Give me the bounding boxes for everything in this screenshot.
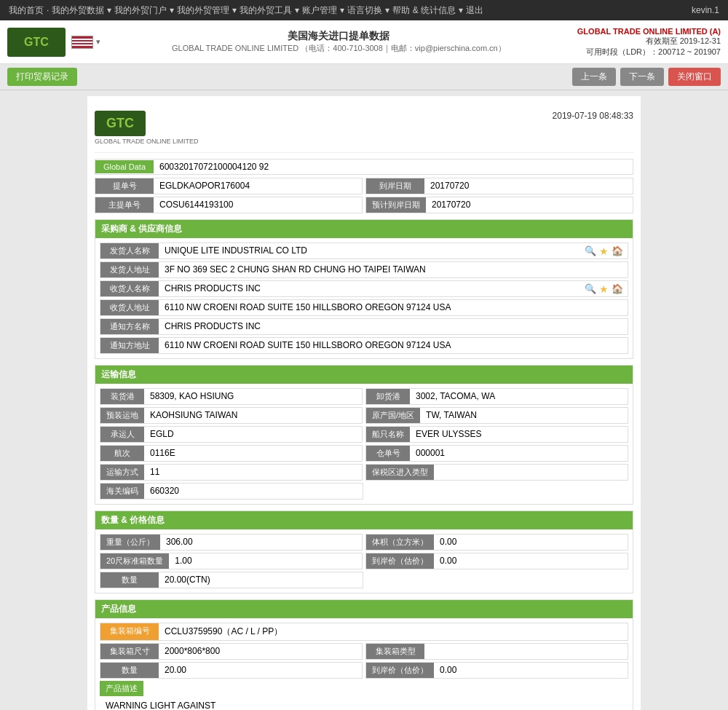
country-label: 原产国/地区 — [366, 408, 420, 423]
warehouse-value: 000001 — [410, 446, 628, 461]
container20-label: 20尺标准箱数量 — [100, 553, 169, 569]
dest-port-pair: 卸货港 3002, TACOMA, WA — [365, 388, 628, 405]
est-arrival-value: 20170720 — [426, 197, 633, 213]
logo: GTC — [7, 28, 66, 57]
notify-addr-value: 6110 NW CROENI ROAD SUITE 150 HILLSBORO … — [159, 338, 628, 353]
product-qty-value: 20.00 — [159, 663, 362, 678]
page-title: 美国海关进口提单数据 — [100, 30, 577, 43]
transport-mode-label: 运输方式 — [100, 465, 144, 480]
customs-label: 海关编码 — [100, 484, 144, 499]
consignee-name-value: CHRIS PRODUCTS INC — [159, 281, 580, 296]
nav-account[interactable]: 账户管理 — [302, 4, 337, 17]
notify-name-row: 通知方名称 CHRIS PRODUCTS INC — [100, 318, 628, 335]
transport-mode-value: 11 — [144, 465, 362, 480]
load-place-value: KAOHSIUNG TAIWAN — [144, 408, 362, 423]
doc-datetime: 2019-07-19 08:48:33 — [553, 111, 633, 121]
notify-name-value: CHRIS PRODUCTS INC — [159, 319, 628, 334]
customs-row: 海关编码 660320 — [100, 483, 628, 500]
bill-row: 提单号 EGLDKAOPOR176004 到岸日期 20170720 — [95, 178, 633, 194]
transport-bonded-row: 运输方式 11 保税区进入类型 — [100, 464, 628, 481]
container-no-label: 集装箱编号 — [100, 623, 159, 640]
nav-user: kevin.1 — [692, 5, 719, 15]
container-type-value — [424, 644, 628, 659]
arrival-date-value: 20170720 — [424, 178, 633, 194]
nav-data[interactable]: 我的外贸数据 — [52, 4, 104, 17]
doc-header: GTC GLOBAL TRADE ONLINE LIMITED 2019-07-… — [95, 103, 633, 153]
country-value: TW, TAIWAN — [420, 408, 628, 423]
shipper-addr-label: 发货人地址 — [100, 262, 159, 277]
master-bill-value: COSU6144193100 — [154, 197, 362, 213]
close-button[interactable]: 关闭窗口 — [668, 68, 721, 86]
voyage-warehouse-row: 航次 0116E 仓单号 000001 — [100, 445, 628, 462]
product-desc-label: 产品描述 — [100, 681, 143, 696]
nav-export-portal[interactable]: 我的外贸门户 — [114, 4, 167, 17]
print-button[interactable]: 打印贸易记录 — [7, 68, 77, 86]
nav-language[interactable]: 语言切换 — [347, 4, 382, 17]
valid-until: 有效期至 2019-12-31 — [577, 36, 721, 47]
warehouse-pair: 仓单号 000001 — [365, 445, 628, 462]
nav-export-tools[interactable]: 我的外贸工具 — [240, 4, 292, 17]
vessel-label: 船只名称 — [366, 427, 410, 442]
country-pair: 原产国/地区 TW, TAIWAN — [365, 407, 628, 424]
us-flag — [71, 36, 93, 49]
qty-label: 数量 — [100, 572, 159, 588]
consignee-search-icon[interactable]: 🔍 — [585, 283, 596, 294]
product-price-pair: 到岸价（估价） 0.00 — [365, 662, 628, 679]
transport-section: 运输信息 装货港 58309, KAO HSIUNG 卸货港 3002, TAC… — [95, 365, 633, 505]
product-section-header: 产品信息 — [95, 600, 633, 618]
container-size-pair: 集装箱尺寸 2000*806*800 — [100, 643, 363, 660]
toolbar: 打印贸易记录 上一条 下一条 关闭窗口 — [0, 64, 728, 90]
arrival-price-pair: 到岸价（估价） 0.00 — [365, 553, 628, 569]
doc-logo-sub: GLOBAL TRADE ONLINE LIMITED — [95, 138, 199, 145]
qty-row: 数量 20.00(CTN) — [100, 572, 628, 588]
load-place-pair: 预装运地 KAOHSIUNG TAIWAN — [100, 407, 363, 424]
consignee-home-icon[interactable]: 🏠 — [612, 283, 623, 294]
container-type-label: 集装箱类型 — [366, 644, 424, 659]
carrier-label: 承运人 — [100, 427, 144, 442]
arrival-date-pair: 到岸日期 20170720 — [365, 178, 633, 194]
carrier-value: EGLD — [144, 427, 362, 442]
site-header: GTC ▾ 美国海关进口提单数据 GLOBAL TRADE ONLINE LIM… — [0, 20, 728, 64]
vessel-value: EVER ULYSSES — [410, 427, 628, 442]
dest-port-label: 卸货港 — [366, 389, 410, 404]
container-type-pair: 集装箱类型 — [365, 643, 628, 660]
bonded-pair: 保税区进入类型 — [365, 464, 628, 481]
user-info: GLOBAL TRADE ONLINE LIMITED (A) 有效期至 201… — [577, 27, 721, 58]
master-bill-label: 主提单号 — [95, 197, 154, 213]
prev-button[interactable]: 上一条 — [572, 68, 616, 86]
product-price-label: 到岸价（估价） — [366, 663, 434, 678]
next-button[interactable]: 下一条 — [620, 68, 664, 86]
qty-value: 20.00(CTN) — [159, 572, 363, 588]
quantity-section-header: 数量 & 价格信息 — [95, 511, 633, 529]
est-arrival-label: 预计到岸日期 — [366, 197, 426, 213]
weight-volume-row: 重量（公斤） 306.00 体积（立方米） 0.00 — [100, 534, 628, 551]
volume-value: 0.00 — [434, 535, 628, 550]
voyage-value: 0116E — [144, 446, 362, 461]
carrier-pair: 承运人 EGLD — [100, 426, 363, 443]
nav-logout[interactable]: 退出 — [466, 4, 483, 17]
product-qty-label: 数量 — [100, 663, 159, 678]
nav-help[interactable]: 帮助 & 统计信息 — [392, 4, 456, 17]
product-price-value: 0.00 — [434, 663, 628, 678]
nav-home[interactable]: 我的首页 — [9, 4, 44, 17]
home-icon[interactable]: 🏠 — [612, 245, 623, 256]
qty-spacer — [366, 572, 628, 588]
consignee-star-icon[interactable]: ★ — [599, 283, 609, 295]
notify-addr-row: 通知方地址 6110 NW CROENI ROAD SUITE 150 HILL… — [100, 337, 628, 354]
master-bill-row: 主提单号 COSU6144193100 预计到岸日期 20170720 — [95, 197, 633, 213]
star-icon[interactable]: ★ — [599, 245, 609, 257]
container-no-row: 集装箱编号 CCLU3759590（AC / L / PP） — [100, 623, 628, 641]
container-size-type-row: 集装箱尺寸 2000*806*800 集装箱类型 — [100, 643, 628, 660]
company-info: 美国海关进口提单数据 GLOBAL TRADE ONLINE LIMITED （… — [100, 30, 577, 54]
product-section-body: 集装箱编号 CCLU3759590（AC / L / PP） 集装箱尺寸 200… — [95, 618, 633, 710]
consignee-icons: 🔍 ★ 🏠 — [580, 281, 628, 296]
search-icon[interactable]: 🔍 — [585, 245, 596, 256]
product-qty-price-row: 数量 20.00 到岸价（估价） 0.00 — [100, 662, 628, 679]
customs-pair: 海关编码 660320 — [100, 483, 363, 500]
origin-port-pair: 装货港 58309, KAO HSIUNG — [100, 388, 363, 405]
container-no-value: CCLU3759590（AC / L / PP） — [159, 623, 628, 640]
nav-export-mgmt[interactable]: 我的外贸管理 — [177, 4, 229, 17]
load-country-row: 预装运地 KAOHSIUNG TAIWAN 原产国/地区 TW, TAIWAN — [100, 407, 628, 424]
transport-section-header: 运输信息 — [95, 366, 633, 384]
load-place-label: 预装运地 — [100, 408, 144, 423]
